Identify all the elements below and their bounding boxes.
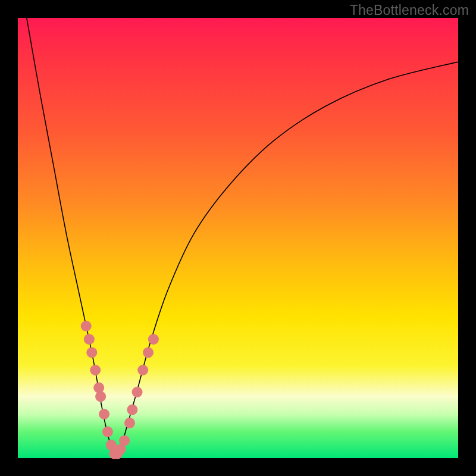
highlighted-dot	[81, 321, 92, 331]
highlighted-dot	[86, 347, 97, 358]
highlighted-dot	[143, 347, 154, 358]
highlighted-dot	[119, 435, 130, 446]
watermark-text: TheBottleneck.com	[350, 2, 469, 18]
highlighted-dot	[95, 391, 106, 402]
highlighted-dot	[124, 418, 135, 428]
highlighted-dot	[137, 365, 148, 375]
highlighted-dot	[127, 405, 137, 415]
chart-svg	[18, 18, 458, 458]
highlighted-dot	[90, 365, 101, 375]
outer-black-frame: TheBottleneck.com	[0, 0, 476, 476]
highlighted-dots-group	[81, 321, 159, 459]
highlighted-dot	[148, 334, 159, 345]
highlighted-dot	[132, 387, 143, 397]
highlighted-dot	[102, 427, 113, 437]
highlighted-dot	[93, 383, 104, 393]
bottleneck-curve	[27, 18, 458, 454]
plot-area	[18, 18, 458, 458]
highlighted-dot	[84, 334, 95, 345]
highlighted-dot	[99, 409, 109, 419]
